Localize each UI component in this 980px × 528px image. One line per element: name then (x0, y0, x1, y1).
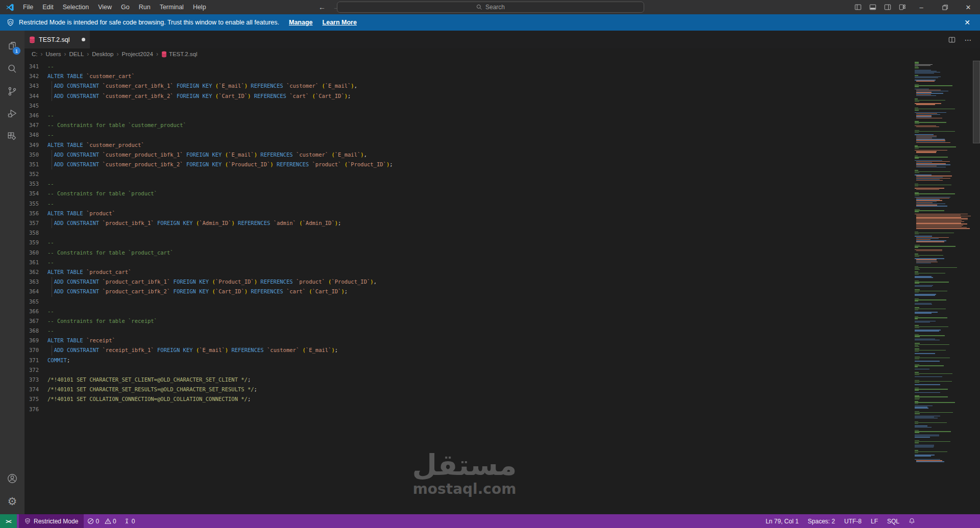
sidebar-item-run-debug[interactable] (0, 103, 24, 125)
minimap-row (916, 199, 940, 199)
menu-help[interactable]: Help (188, 0, 211, 14)
menu-go[interactable]: Go (116, 0, 134, 14)
menu-selection[interactable]: Selection (58, 0, 93, 14)
code-line-348: 348-- (24, 130, 913, 140)
minimap-row (915, 277, 933, 278)
minimap-row (915, 432, 919, 433)
indent-guide (52, 160, 52, 169)
sql-file-icon (29, 36, 35, 43)
minimap-row (915, 357, 920, 357)
close-window-button[interactable]: ✕ (957, 0, 980, 14)
code-editor[interactable]: 341--342ALTER TABLE `customer_cart`343 A… (24, 60, 980, 514)
line-content: -- (47, 258, 54, 267)
minimap-row (916, 228, 970, 229)
minimap-row (915, 335, 945, 336)
notifications-bell-icon[interactable] (904, 514, 920, 528)
breadcrumb-item-dell[interactable]: DELL (69, 51, 84, 57)
indentation[interactable]: Spaces: 2 (803, 514, 840, 528)
manage-link[interactable]: Manage (289, 19, 313, 26)
modified-dot-icon[interactable] (82, 38, 85, 41)
breadcrumb-item-project2024[interactable]: Project2024 (122, 51, 153, 57)
tab-test2sql[interactable]: TEST.2.sql (24, 31, 90, 48)
code-line-347: 347-- Constraints for table `customer_pr… (24, 120, 913, 130)
line-number: 350 (24, 150, 39, 160)
line-content: -- (47, 179, 54, 189)
minimap-row (915, 310, 918, 310)
breadcrumb-item-c[interactable]: C: (32, 51, 38, 57)
line-number: 356 (24, 209, 39, 218)
more-actions-icon[interactable]: ⋯ (962, 33, 975, 46)
menu-edit[interactable]: Edit (38, 0, 58, 14)
minimap[interactable] (915, 61, 972, 463)
menu-file[interactable]: File (18, 0, 38, 14)
minimap-row (915, 255, 943, 256)
ports-status[interactable]: 0 (120, 514, 139, 528)
tab-bar: TEST.2.sql ⋯ (24, 31, 980, 48)
eol-sequence[interactable]: LF (866, 514, 883, 528)
minimap-row (915, 330, 941, 330)
minimap-row (915, 365, 944, 366)
back-arrow-icon[interactable]: ← (318, 3, 326, 11)
menu-terminal[interactable]: Terminal (155, 0, 188, 14)
cursor-position[interactable]: Ln 79, Col 1 (761, 514, 803, 528)
minimap-row (915, 254, 918, 254)
sidebar-item-extensions[interactable] (0, 125, 24, 147)
minimap-row (915, 416, 940, 416)
restore-button[interactable] (933, 0, 957, 14)
minimap-row (915, 298, 919, 299)
code-line-376: 376 (24, 405, 913, 414)
restricted-mode-banner: Restricted Mode is intended for safe cod… (0, 14, 980, 31)
sidebar-item-search[interactable] (0, 58, 24, 80)
toggle-secondary-sidebar-icon[interactable] (880, 0, 895, 14)
search-box[interactable]: Search (337, 2, 644, 13)
minimap-row (916, 250, 942, 251)
minimap-row (915, 123, 919, 124)
minimap-row (916, 217, 961, 217)
breadcrumb-item-users[interactable]: Users (46, 51, 61, 57)
minimap-row (916, 204, 945, 204)
code-line-344: 344 ADD CONSTRAINT `customer_cart_ibfk_2… (24, 91, 913, 101)
breadcrumb-file-label: TEST.2.sql (169, 51, 198, 57)
learn-more-link[interactable]: Learn More (323, 19, 357, 26)
account-icon[interactable] (0, 467, 24, 490)
encoding[interactable]: UTF-8 (840, 514, 866, 528)
toggle-panel-icon[interactable] (865, 0, 880, 14)
minimap-row (915, 70, 931, 70)
minimap-row (915, 343, 920, 343)
settings-gear-icon[interactable]: ⚙ (0, 490, 24, 512)
sidebar-item-source-control[interactable] (0, 80, 24, 103)
problems-status[interactable]: 0 0 (84, 514, 119, 528)
restricted-mode-status[interactable]: Restricted Mode (19, 514, 84, 528)
customize-layout-icon[interactable] (895, 0, 910, 14)
errors-count: 0 (95, 518, 99, 525)
code-line-353: 353-- (24, 179, 913, 189)
minimap-row (915, 158, 919, 158)
minimap-row (915, 285, 933, 286)
line-number: 375 (24, 394, 39, 404)
remote-indicator[interactable]: >< (0, 514, 17, 528)
line-number: 374 (24, 385, 39, 394)
minimap-row (915, 292, 919, 292)
minimap-row (915, 425, 927, 426)
breadcrumb-item-file[interactable]: TEST.2.sql (161, 51, 198, 58)
minimize-button[interactable]: – (910, 0, 933, 14)
minimap-row (915, 353, 935, 354)
minimap-row (916, 263, 931, 263)
minimap-row (916, 205, 937, 205)
banner-close-icon[interactable]: ✕ (960, 14, 974, 31)
line-number: 372 (24, 365, 39, 375)
toggle-sidebar-icon[interactable] (850, 0, 865, 14)
split-editor-icon[interactable] (945, 33, 959, 46)
code-line-368: 368-- (24, 326, 913, 336)
line-content: ADD CONSTRAINT `product_cart_ibfk_1` FOR… (47, 277, 377, 287)
menu-view[interactable]: View (93, 0, 116, 14)
menu-run[interactable]: Run (134, 0, 155, 14)
scrollbar-thumb[interactable] (973, 61, 980, 143)
language-mode[interactable]: SQL (883, 514, 904, 528)
code-line-358: 358 (24, 228, 913, 238)
breadcrumb-item-desktop[interactable]: Desktop (92, 51, 113, 57)
line-number: 363 (24, 277, 39, 287)
minimap-row (915, 401, 918, 401)
sidebar-item-explorer[interactable]: 1 (0, 35, 24, 58)
line-number: 359 (24, 238, 39, 247)
